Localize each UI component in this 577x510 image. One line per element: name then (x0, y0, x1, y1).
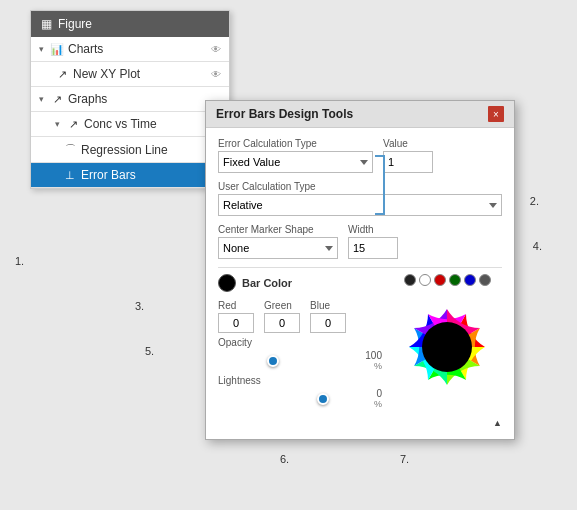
sidebar-item-label: New XY Plot (73, 67, 207, 81)
xy-plot-icon: ↗ (55, 68, 69, 81)
error-calc-row: Error Calculation Type Fixed Value Stand… (218, 138, 502, 173)
sidebar-item-error-bars[interactable]: ⊥ Error Bars (31, 163, 229, 188)
sidebar-item-label: Charts (68, 42, 207, 56)
green-input[interactable] (264, 313, 300, 333)
center-marker-label: Center Marker Shape (218, 224, 338, 235)
color-preset-black[interactable] (404, 274, 416, 286)
annotation-7: 7. (400, 453, 409, 465)
bar-color-row: Bar Color (218, 274, 382, 292)
green-label: Green (264, 300, 300, 311)
value-input[interactable] (383, 151, 433, 173)
regression-icon: ⌒ (63, 142, 77, 157)
color-preset-red[interactable] (434, 274, 446, 286)
sidebar-item-conc-vs-time[interactable]: ▾ ↗ Conc vs Time (31, 112, 229, 137)
sidebar-item-graphs[interactable]: ▾ ↗ Graphs (31, 87, 229, 112)
error-bars-dialog: Error Bars Design Tools × Error Calculat… (205, 100, 515, 440)
dialog-close-button[interactable]: × (488, 106, 504, 122)
dialog-body: Error Calculation Type Fixed Value Stand… (206, 128, 514, 439)
color-preset-green[interactable] (449, 274, 461, 286)
marker-row: Center Marker Shape None Circle Square W… (218, 224, 502, 259)
annotation-6: 6. (280, 453, 289, 465)
annotation-1: 1. (15, 255, 24, 267)
opacity-slider-container (218, 354, 348, 368)
chevron-icon: ▾ (55, 119, 60, 129)
opacity-thumb[interactable] (267, 355, 279, 367)
value-label: Value (383, 138, 433, 149)
error-calc-label: Error Calculation Type (218, 138, 373, 149)
eye-icon: 👁 (211, 44, 221, 55)
lightness-section: Lightness 0 % (218, 375, 382, 409)
eye-icon: 👁 (211, 69, 221, 80)
annotation-3: 3. (135, 300, 144, 312)
triangle-marker: ▲ (493, 418, 502, 428)
color-wheel-panel (392, 274, 502, 409)
center-marker-select[interactable]: None Circle Square (218, 237, 338, 259)
conc-icon: ↗ (66, 118, 80, 131)
color-preset-dark[interactable] (479, 274, 491, 286)
color-preset-blue[interactable] (464, 274, 476, 286)
dialog-title: Error Bars Design Tools (216, 107, 353, 121)
lightness-label: Lightness (218, 375, 261, 386)
error-calc-group: Error Calculation Type Fixed Value Stand… (218, 138, 373, 173)
bracket-line (382, 155, 385, 215)
opacity-value: 100 (352, 350, 382, 361)
color-swatch[interactable] (218, 274, 236, 292)
opacity-label: Opacity (218, 337, 252, 348)
annotation-4: 4. (533, 240, 542, 252)
user-calc-select[interactable]: Relative Absolute (218, 194, 502, 216)
color-wheel[interactable] (392, 292, 502, 402)
sidebar-item-new-xy-plot[interactable]: ↗ New XY Plot 👁 (31, 62, 229, 87)
annotation-5: 5. (145, 345, 154, 357)
red-label: Red (218, 300, 254, 311)
sidebar-item-label: Conc vs Time (84, 117, 221, 131)
lightness-value: 0 (352, 388, 382, 399)
width-group: Width (348, 224, 398, 259)
panel-title: Figure (58, 17, 92, 31)
blue-field: Blue (310, 300, 346, 333)
red-input[interactable] (218, 313, 254, 333)
error-bars-icon: ⊥ (63, 169, 77, 182)
rgb-row: Red Green Blue (218, 300, 382, 333)
divider (218, 267, 502, 268)
figure-panel: ▦ Figure ▾ 📊 Charts 👁 ↗ New XY Plot 👁 ▾ … (30, 10, 230, 189)
color-preset-white[interactable] (419, 274, 431, 286)
svg-point-0 (422, 322, 472, 372)
center-marker-group: Center Marker Shape None Circle Square (218, 224, 338, 259)
charts-icon: 📊 (50, 43, 64, 56)
width-input[interactable] (348, 237, 398, 259)
opacity-section: Opacity 100 % (218, 337, 382, 371)
blue-input[interactable] (310, 313, 346, 333)
sidebar-item-label: Graphs (68, 92, 221, 106)
chevron-icon: ▾ (39, 94, 44, 104)
dialog-header: Error Bars Design Tools × (206, 101, 514, 128)
figure-icon: ▦ (41, 17, 52, 31)
error-calc-select[interactable]: Fixed Value Standard Deviation Standard … (218, 151, 373, 173)
opacity-unit: % (374, 361, 382, 371)
red-field: Red (218, 300, 254, 333)
blue-label: Blue (310, 300, 346, 311)
sidebar-item-regression-line[interactable]: ⌒ Regression Line (31, 137, 229, 163)
lightness-slider-container (218, 392, 348, 406)
color-left-panel: Bar Color Red Green Blue (218, 274, 382, 409)
user-calc-group: User Calculation Type Relative Absolute (218, 181, 502, 216)
sidebar-item-label: Error Bars (81, 168, 221, 182)
annotation-2: 2. (530, 195, 539, 207)
sidebar-item-charts[interactable]: ▾ 📊 Charts 👁 (31, 37, 229, 62)
green-field: Green (264, 300, 300, 333)
color-wheel-svg (392, 292, 502, 402)
user-calc-label: User Calculation Type (218, 181, 502, 192)
width-label: Width (348, 224, 398, 235)
lightness-unit: % (374, 399, 382, 409)
color-area: Bar Color Red Green Blue (218, 274, 502, 409)
chevron-icon: ▾ (39, 44, 44, 54)
graphs-icon: ↗ (50, 93, 64, 106)
sidebar-item-label: Regression Line (81, 143, 221, 157)
lightness-thumb[interactable] (317, 393, 329, 405)
value-group: Value (383, 138, 433, 173)
panel-header: ▦ Figure (31, 11, 229, 37)
bar-color-label: Bar Color (242, 277, 292, 289)
color-presets (404, 274, 491, 286)
